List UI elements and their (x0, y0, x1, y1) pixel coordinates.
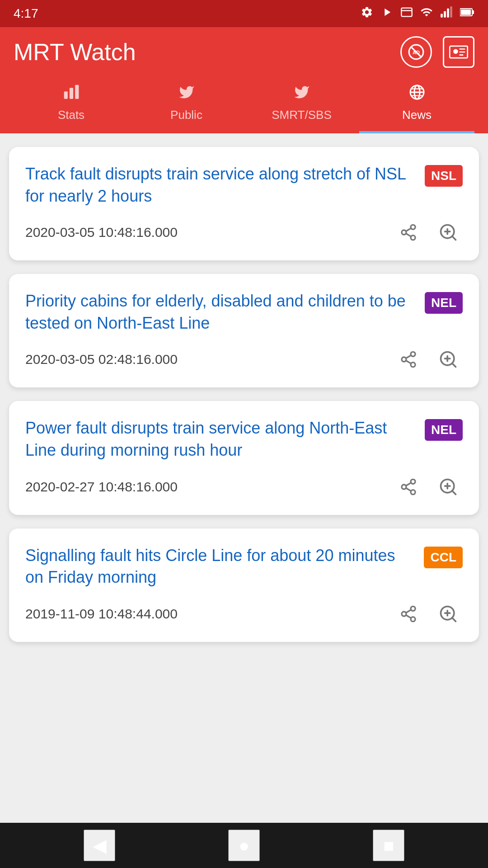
svg-rect-7 (472, 10, 474, 14)
zoom-button-3[interactable] (434, 472, 463, 501)
news-card-4: Signalling fault hits Circle Line for ab… (9, 528, 479, 642)
line-badge-2: NEL (425, 292, 463, 314)
share-button-1[interactable] (394, 218, 423, 247)
card-header-3: Power fault disrupts train service along… (25, 417, 463, 461)
svg-line-37 (406, 361, 411, 364)
svg-rect-16 (459, 54, 463, 56)
news-title-3[interactable]: Power fault disrupts train service along… (25, 417, 418, 461)
news-title-2[interactable]: Priority cabins for elderly, disabled an… (25, 290, 418, 334)
signal-icon (440, 6, 453, 21)
svg-line-40 (452, 363, 456, 367)
zoom-button-4[interactable] (434, 599, 463, 628)
line-badge-4: CCL (424, 547, 463, 568)
svg-rect-0 (401, 8, 412, 17)
news-timestamp-1: 2020-03-05 10:48:16.000 (25, 225, 178, 240)
svg-rect-17 (64, 91, 67, 99)
share-button-2[interactable] (394, 345, 423, 374)
home-button[interactable]: ● (228, 830, 260, 861)
svg-line-55 (406, 615, 411, 618)
home-icon: ● (239, 835, 249, 856)
status-time: 4:17 (14, 6, 361, 21)
card-header-1: Track fault disrupts train service along… (25, 163, 463, 207)
back-icon: ◀ (93, 835, 107, 856)
ad-block-button[interactable]: AD (400, 36, 432, 68)
card-footer-2: 2020-03-05 02:48:16.000 (25, 345, 463, 374)
news-card-3: Power fault disrupts train service along… (9, 401, 479, 514)
status-icons (361, 6, 474, 21)
settings-icon (361, 6, 373, 21)
news-list: Track fault disrupts train service along… (0, 133, 488, 823)
play-icon (380, 6, 393, 21)
battery-icon (460, 6, 474, 21)
news-timestamp-4: 2019-11-09 10:48:44.000 (25, 606, 178, 622)
tab-news-label: News (402, 108, 432, 122)
share-button-3[interactable] (394, 472, 423, 501)
news-globe-icon (408, 84, 426, 104)
card-footer-4: 2019-11-09 10:48:44.000 (25, 599, 463, 628)
svg-line-56 (406, 610, 411, 613)
card-header-2: Priority cabins for elderly, disabled an… (25, 290, 463, 334)
svg-text:AD: AD (413, 50, 420, 55)
zoom-button-1[interactable] (434, 218, 463, 247)
recent-button[interactable]: ■ (373, 830, 404, 861)
svg-rect-19 (75, 85, 79, 99)
svg-rect-14 (459, 48, 465, 50)
smrt-twitter-icon (293, 84, 311, 104)
tabs: Stats Public SMRT/SBS (14, 77, 474, 133)
tab-stats[interactable]: Stats (14, 77, 129, 133)
news-card-2: Priority cabins for elderly, disabled an… (9, 274, 479, 387)
app-title-row: MRT Watch AD (14, 36, 474, 77)
news-timestamp-3: 2020-02-27 10:48:16.000 (25, 479, 178, 495)
card-header-4: Signalling fault hits Circle Line for ab… (25, 545, 463, 589)
tab-news[interactable]: News (359, 77, 474, 133)
app-title: MRT Watch (14, 38, 136, 66)
card-actions-1 (394, 218, 463, 247)
stats-icon (62, 84, 80, 104)
public-twitter-icon (178, 84, 196, 104)
svg-line-49 (452, 491, 456, 494)
card-footer-3: 2020-02-27 10:48:16.000 (25, 472, 463, 501)
svg-line-46 (406, 488, 411, 491)
line-badge-1: NSL (425, 165, 463, 187)
card-footer-1: 2020-03-05 10:48:16.000 (25, 218, 463, 247)
recent-icon: ■ (383, 835, 394, 856)
contact-button[interactable] (443, 36, 474, 68)
news-title-4[interactable]: Signalling fault hits Circle Line for ab… (25, 545, 417, 589)
bottom-nav: ◀ ● ■ (0, 823, 488, 868)
tab-public[interactable]: Public (129, 77, 244, 133)
svg-rect-15 (459, 52, 465, 53)
card-actions-3 (394, 472, 463, 501)
svg-line-28 (406, 234, 411, 237)
svg-line-31 (452, 236, 456, 240)
svg-rect-4 (447, 9, 449, 18)
wifi-icon (420, 6, 433, 21)
svg-rect-3 (444, 11, 446, 18)
svg-rect-8 (461, 9, 471, 15)
header-actions: AD (400, 36, 474, 68)
svg-point-13 (453, 49, 458, 54)
card-actions-4 (394, 599, 463, 628)
svg-rect-18 (69, 88, 73, 99)
news-timestamp-2: 2020-03-05 02:48:16.000 (25, 352, 178, 367)
share-button-4[interactable] (394, 599, 423, 628)
svg-rect-5 (450, 6, 452, 17)
app-header: MRT Watch AD (0, 27, 488, 133)
tab-smrt-sbs-label: SMRT/SBS (272, 108, 331, 122)
svg-line-58 (452, 618, 456, 621)
svg-rect-2 (441, 14, 443, 18)
svg-line-38 (406, 355, 411, 359)
nfc-icon (400, 6, 413, 21)
svg-line-29 (406, 228, 411, 231)
card-actions-2 (394, 345, 463, 374)
tab-smrt-sbs[interactable]: SMRT/SBS (244, 77, 359, 133)
status-bar: 4:17 (0, 0, 488, 27)
line-badge-3: NEL (425, 419, 463, 441)
tab-stats-label: Stats (58, 108, 84, 122)
back-button[interactable]: ◀ (84, 830, 115, 861)
zoom-button-2[interactable] (434, 345, 463, 374)
tab-public-label: Public (170, 108, 202, 122)
svg-line-47 (406, 482, 411, 486)
news-title-1[interactable]: Track fault disrupts train service along… (25, 163, 418, 207)
news-card-1: Track fault disrupts train service along… (9, 147, 479, 260)
